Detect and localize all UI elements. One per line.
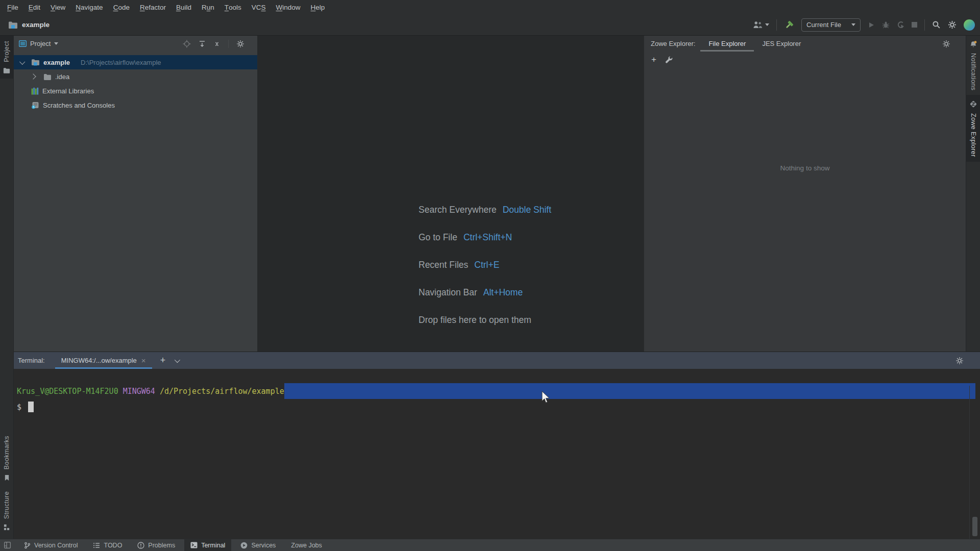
debug-button[interactable] — [882, 21, 890, 29]
menu-item[interactable]: Build — [171, 0, 197, 14]
statusbar-problems[interactable]: Problems — [131, 539, 181, 551]
new-terminal-button[interactable]: + — [160, 355, 166, 366]
menu-item[interactable]: Tools — [219, 0, 247, 14]
shortcut-label: Navigation Bar — [419, 287, 477, 298]
code-with-me-button[interactable] — [753, 21, 769, 29]
gear-icon[interactable] — [236, 40, 244, 48]
run-button[interactable] — [868, 21, 875, 29]
run-configuration-select[interactable]: Current File — [801, 18, 861, 32]
tree-row-scratches[interactable]: Scratches and Consoles — [14, 98, 257, 112]
run-coverage-button[interactable] — [897, 21, 904, 29]
project-tree: example D:\Projects\airflow\example .ide… — [14, 55, 257, 112]
expand-all-icon[interactable] — [199, 40, 206, 47]
toolbar-separator — [776, 19, 777, 31]
shortcut-label: Search Everywhere — [419, 205, 497, 215]
settings-button[interactable] — [948, 20, 957, 29]
project-widget[interactable]: example — [0, 21, 50, 29]
terminal-tab-title: MINGW64:/...ow/example — [61, 357, 137, 364]
tool-tab-bookmarks-label: Bookmarks — [3, 436, 10, 469]
hammer-icon — [784, 20, 794, 30]
statusbar-item-label: Terminal — [201, 542, 225, 549]
tree-row-external-libraries[interactable]: External Libraries — [14, 84, 257, 98]
project-folder-icon — [8, 21, 18, 29]
coverage-icon — [897, 21, 904, 29]
tab-file-explorer[interactable]: File Explorer — [700, 36, 754, 52]
terminal-actions — [955, 352, 980, 369]
menu-item[interactable]: Navigate — [70, 0, 108, 14]
project-panel-title[interactable]: Project — [30, 40, 51, 47]
tree-row-example[interactable]: example D:\Projects\airflow\example — [14, 55, 257, 69]
tool-window-switcher-button[interactable] — [0, 539, 15, 551]
menu-item[interactable]: Help — [306, 0, 330, 14]
gear-icon[interactable] — [942, 40, 950, 48]
chevron-down-icon — [851, 23, 855, 26]
services-icon — [240, 542, 248, 549]
shortcut-row: Recent Files Ctrl+E — [419, 251, 551, 279]
tool-tab-structure[interactable]: Structure — [0, 486, 14, 536]
chevron-down-icon[interactable] — [19, 59, 25, 65]
collapse-all-icon[interactable] — [213, 40, 220, 47]
project-panel-header: Project — [14, 36, 257, 52]
tool-tab-notifications[interactable]: Notifications — [966, 36, 980, 95]
shortcut-row: Navigation Bar Alt+Home — [419, 279, 551, 306]
terminal-input-line[interactable]: $ — [17, 399, 34, 415]
shortcut-row: Go to File Ctrl+Shift+N — [419, 223, 551, 251]
toolbar-right: Current File — [753, 14, 980, 35]
chevron-down-icon[interactable] — [175, 357, 180, 362]
statusbar-todo[interactable]: TODO — [87, 539, 128, 551]
statusbar-item-label: Problems — [148, 542, 175, 549]
search-icon — [932, 20, 941, 29]
statusbar-terminal[interactable]: Terminal — [184, 539, 231, 551]
terminal-scrollbar[interactable] — [969, 386, 980, 539]
shortcut-keys: Alt+Home — [483, 287, 523, 298]
locate-file-icon[interactable] — [183, 40, 191, 48]
statusbar-zowe-jobs[interactable]: Zowe Jobs — [285, 539, 328, 551]
window-grid-icon — [4, 542, 11, 548]
tab-jes-explorer[interactable]: JES Explorer — [754, 36, 809, 52]
user-avatar[interactable] — [964, 19, 975, 31]
stop-icon — [912, 22, 917, 28]
chevron-right-icon[interactable] — [30, 73, 36, 79]
add-profile-button[interactable]: + — [651, 55, 656, 64]
statusbar-version-control[interactable]: Version Control — [18, 539, 84, 551]
chevron-down-icon[interactable] — [54, 42, 58, 45]
terminal-output[interactable]: Krus_V@DESKTOP-M14F2U0 MINGW64 /d/Projec… — [14, 369, 980, 539]
ide-window: File Edit View Navigate Code Refactor Bu… — [0, 0, 980, 551]
shortcut-keys: Ctrl+Shift+N — [463, 232, 512, 243]
wrench-icon[interactable] — [665, 56, 673, 63]
tree-node-label: External Libraries — [42, 87, 94, 95]
menu-item[interactable]: Window — [271, 0, 306, 14]
gear-icon[interactable] — [955, 357, 964, 365]
stop-button[interactable] — [912, 22, 917, 28]
zowe-icon — [969, 99, 978, 109]
build-button[interactable] — [784, 20, 794, 30]
menu-item[interactable]: Refactor — [135, 0, 171, 14]
gear-icon — [948, 20, 957, 29]
tree-row-idea[interactable]: .idea — [14, 69, 257, 84]
menu-item[interactable]: Run — [197, 0, 219, 14]
statusbar-services[interactable]: Services — [234, 539, 282, 551]
tool-tab-project[interactable]: Project — [0, 36, 14, 79]
tool-tab-zowe-explorer[interactable]: Zowe Explorer — [966, 95, 980, 162]
statusbar-item-label: Zowe Jobs — [291, 542, 322, 549]
status-bar: Version Control TODO Problems Terminal S… — [0, 539, 980, 551]
menu-item[interactable]: VCS — [247, 0, 271, 14]
chevron-down-icon — [765, 23, 769, 26]
scrollbar-thumb[interactable] — [972, 517, 977, 536]
menu-item[interactable]: File — [2, 0, 23, 14]
empty-state-text: Nothing to show — [644, 164, 966, 172]
menu-item[interactable]: Code — [108, 0, 135, 14]
menu-item[interactable]: View — [45, 0, 70, 14]
shortcut-keys: Double Shift — [503, 205, 551, 215]
terminal-cursor — [28, 402, 34, 412]
terminal-tab[interactable]: MINGW64:/...ow/example × — [55, 352, 152, 369]
zowe-panel-title: Zowe Explorer: — [651, 40, 695, 47]
search-everywhere-button[interactable] — [932, 20, 941, 29]
tree-node-path: D:\Projects\airflow\example — [81, 59, 161, 66]
shortcut-row: Drop files here to open them — [419, 306, 551, 334]
terminal-cwd: /d/Projects/airflow/example — [160, 387, 284, 396]
tool-tab-bookmarks[interactable]: Bookmarks — [0, 431, 14, 486]
menu-item[interactable]: Edit — [23, 0, 45, 14]
close-icon[interactable]: × — [141, 356, 146, 365]
project-panel-actions — [183, 40, 252, 48]
